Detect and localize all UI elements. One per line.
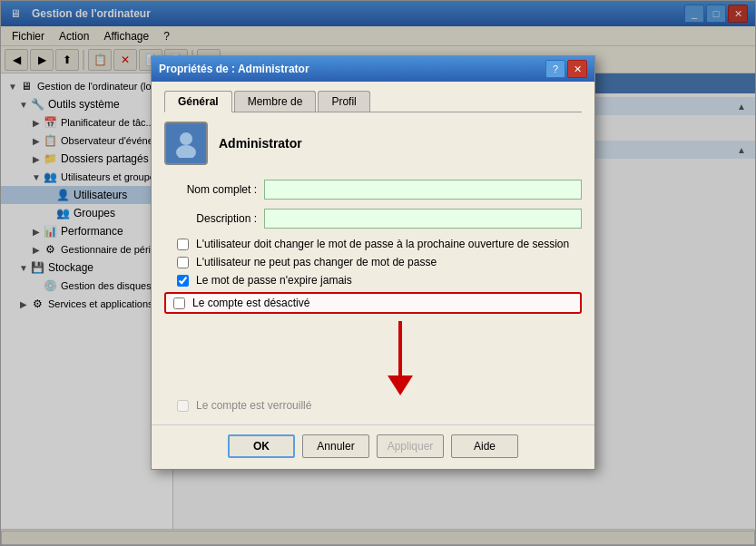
ok-button[interactable]: OK bbox=[228, 434, 295, 458]
checkbox-row-locked: Le compte est verrouillé bbox=[164, 399, 582, 412]
svg-point-0 bbox=[180, 132, 192, 145]
svg-point-1 bbox=[176, 145, 196, 158]
checkbox-row-cant-change: L'utilisateur ne peut pas changer de mot… bbox=[164, 256, 582, 268]
input-desc[interactable] bbox=[264, 209, 582, 229]
red-arrow bbox=[388, 321, 413, 395]
apply-button[interactable]: Appliquer bbox=[377, 434, 444, 458]
dialog-buttons: OK Annuler Appliquer Aide bbox=[152, 424, 594, 469]
label-desc: Description : bbox=[164, 212, 264, 225]
aide-button[interactable]: Aide bbox=[451, 434, 518, 458]
tab-membre-de[interactable]: Membre de bbox=[234, 91, 317, 112]
form-row-desc: Description : bbox=[164, 209, 582, 229]
dialog-title-bar: Propriétés de : Administrator ? ✕ bbox=[152, 56, 594, 82]
checkbox-cant-change[interactable] bbox=[177, 257, 189, 268]
checkbox-change-pwd[interactable] bbox=[177, 239, 189, 250]
cancel-button[interactable]: Annuler bbox=[302, 434, 369, 458]
label-no-expire: Le mot de passe n'expire jamais bbox=[196, 274, 352, 287]
dialog-title-buttons: ? ✕ bbox=[545, 60, 587, 78]
arrow-head bbox=[388, 375, 413, 395]
label-cant-change: L'utilisateur ne peut pas changer de mot… bbox=[196, 256, 437, 268]
user-name: Administrator bbox=[219, 136, 302, 151]
checkbox-account-locked[interactable] bbox=[177, 400, 189, 412]
checkbox-row-change-pwd: L'utilisateur doit changer le mot de pas… bbox=[164, 238, 582, 250]
dialog-title: Propriétés de : Administrator bbox=[159, 63, 309, 75]
checkbox-row-disabled: Le compte est désactivé bbox=[164, 292, 582, 314]
label-account-locked: Le compte est verrouillé bbox=[196, 399, 311, 412]
dialog-overlay: Propriétés de : Administrator ? ✕ Généra… bbox=[1, 1, 755, 545]
arrow-line bbox=[398, 321, 402, 375]
input-nom[interactable] bbox=[264, 180, 582, 200]
user-row: Administrator bbox=[164, 122, 582, 165]
dialog-window: Propriétés de : Administrator ? ✕ Généra… bbox=[151, 55, 595, 470]
label-account-disabled: Le compte est désactivé bbox=[192, 297, 309, 309]
label-change-pwd: L'utilisateur doit changer le mot de pas… bbox=[196, 238, 569, 250]
form-row-nom: Nom complet : bbox=[164, 180, 582, 200]
checkbox-no-expire[interactable] bbox=[177, 275, 189, 287]
dialog-close-button[interactable]: ✕ bbox=[567, 60, 587, 78]
label-nom: Nom complet : bbox=[164, 183, 264, 196]
tab-profil[interactable]: Profil bbox=[318, 91, 369, 112]
avatar bbox=[164, 122, 208, 165]
arrow-container bbox=[219, 321, 582, 395]
tab-general[interactable]: Général bbox=[164, 91, 232, 112]
dialog-content: Général Membre de Profil Administrator bbox=[152, 82, 594, 424]
checkbox-row-no-expire: Le mot de passe n'expire jamais bbox=[164, 274, 582, 287]
dialog-tabs: Général Membre de Profil bbox=[164, 91, 582, 112]
main-window: 🖥 Gestion de l'ordinateur _ □ ✕ Fichier … bbox=[0, 0, 756, 546]
checkbox-account-disabled[interactable] bbox=[173, 297, 185, 309]
dialog-help-button[interactable]: ? bbox=[545, 60, 565, 78]
